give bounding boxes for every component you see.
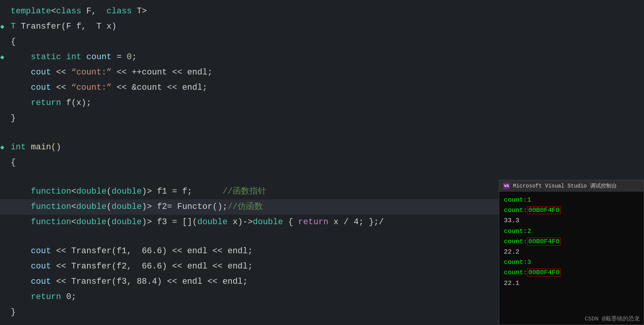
code-content: template<class F, class T>: [5, 5, 644, 18]
console-output-line: 22.1: [504, 278, 639, 288]
token: << Transfer(f1, 66.6) << endl << endl;: [56, 246, 253, 256]
console-output-line: 22.2: [504, 247, 639, 257]
token: <: [71, 187, 76, 196]
token: }: [11, 113, 16, 123]
token: cout: [31, 83, 56, 92]
token: main(): [31, 142, 61, 152]
console-output-line: count:00B0F4F0: [504, 236, 639, 247]
token: class: [56, 6, 81, 16]
token: T>: [132, 6, 147, 16]
token: {: [11, 37, 16, 47]
token: return: [31, 292, 66, 302]
code-line: ◆T Transfer(F f, T x): [0, 19, 644, 34]
line-indicator: ◆: [0, 50, 5, 64]
token: template: [11, 6, 51, 16]
token: (: [107, 202, 112, 212]
console-output-line: count:00B0F4F0: [504, 267, 639, 278]
token: x / 4; };/: [328, 217, 384, 227]
line-indicator: ◆: [0, 20, 5, 34]
code-line: return f(x);: [0, 95, 644, 111]
token: return: [298, 217, 328, 227]
token: )> f1 = f;: [142, 187, 222, 196]
token: cout: [31, 68, 56, 77]
console-output-line: count:00B0F4F0: [504, 205, 639, 215]
code-line: ◆ static int count = 0;: [0, 50, 644, 65]
token: “count:”: [71, 83, 112, 92]
console-output-line: count:1: [504, 195, 639, 205]
watermark: CSDN @戴墨镜的恐龙: [585, 315, 640, 322]
console-title: Microsoft Visual Studio 调试控制台: [513, 183, 617, 189]
token: {: [283, 217, 298, 227]
code-content: {: [5, 156, 644, 170]
console-title-bar: VS Microsoft Visual Studio 调试控制台: [499, 180, 644, 192]
token: << Transfer(f2, 66.6) << endl << endl;: [56, 262, 253, 271]
token: 0;: [66, 292, 76, 302]
token: (: [107, 187, 112, 196]
token: int: [66, 52, 86, 62]
token: double: [253, 217, 283, 227]
token: double: [76, 202, 107, 212]
token: }: [11, 307, 16, 317]
token: double: [112, 217, 142, 227]
code-line: [0, 126, 644, 140]
token: cout: [31, 277, 56, 286]
console-output-line: count:3: [504, 257, 639, 267]
token: double: [76, 217, 107, 227]
token: <: [71, 202, 76, 212]
token: function: [31, 187, 71, 196]
token: T: [11, 22, 16, 31]
console-output-line: 33.3: [504, 215, 639, 226]
token: Transfer(F f, T x): [16, 22, 117, 31]
console-body: count:1count:00B0F4F033.3count:2count:00…: [499, 192, 644, 291]
token: cout: [31, 246, 56, 256]
token: //仿函数: [228, 202, 263, 212]
vs-icon: VS: [503, 183, 510, 189]
code-content: int main(): [5, 141, 644, 154]
token: int: [11, 142, 31, 152]
token: <: [71, 217, 76, 227]
code-line: cout << “count:” << ++count << endl;: [0, 65, 644, 80]
token: 0: [127, 52, 132, 62]
token: function: [31, 217, 71, 227]
token: =: [117, 52, 126, 62]
line-indicator: ◆: [0, 141, 5, 154]
code-content: {: [5, 35, 644, 49]
code-line: cout << “count:” << &count << endl;: [0, 80, 644, 95]
token: F,: [81, 6, 107, 16]
token: )> f3 = [](: [142, 217, 197, 227]
console-output-line: count:2: [504, 226, 639, 236]
code-content: cout << “count:” << &count << endl;: [5, 81, 644, 95]
token: “count:”: [71, 68, 112, 77]
token: <<: [56, 68, 71, 77]
code-line: template<class F, class T>: [0, 4, 644, 19]
token: double: [112, 202, 142, 212]
token: f(x);: [66, 98, 91, 108]
token: //函数指针: [223, 187, 266, 196]
token: function: [31, 202, 71, 212]
token: double: [112, 187, 142, 196]
token: << ++count << endl;: [112, 68, 212, 77]
token: << &count << endl;: [112, 83, 207, 92]
token: count: [86, 52, 117, 62]
token: )> f2= Functor();: [142, 202, 227, 212]
code-line: {: [0, 34, 644, 50]
token: static: [31, 52, 66, 62]
code-line: }: [0, 111, 644, 126]
code-content: }: [5, 112, 644, 125]
code-content: cout << “count:” << ++count << endl;: [5, 66, 644, 79]
code-content: T Transfer(F f, T x): [5, 20, 644, 34]
token: ;: [132, 52, 137, 62]
token: double: [76, 187, 107, 196]
token: (: [107, 217, 112, 227]
code-content: return f(x);: [5, 96, 644, 110]
code-content: static int count = 0;: [5, 50, 644, 64]
token: cout: [31, 262, 56, 271]
token: <<: [56, 83, 71, 92]
code-line: {: [0, 155, 644, 170]
token: <: [51, 6, 56, 16]
token: x)->: [228, 217, 253, 227]
code-line: ◆int main(): [0, 140, 644, 155]
token: return: [31, 98, 66, 108]
token: {: [11, 158, 16, 167]
token: double: [197, 217, 228, 227]
